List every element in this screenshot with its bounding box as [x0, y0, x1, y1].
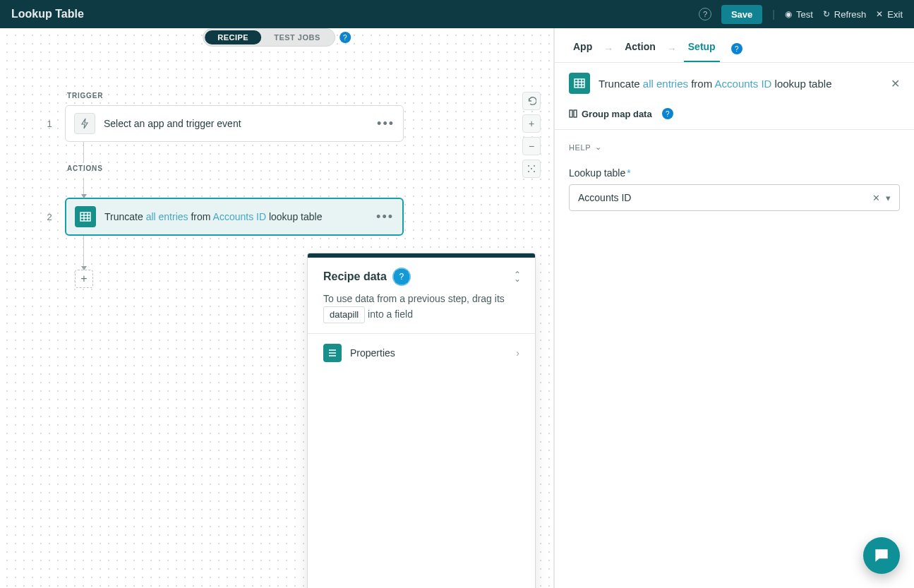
mode-help-icon[interactable]: ?	[339, 32, 351, 43]
help-toggle[interactable]: HELP ⌄	[569, 143, 900, 152]
chevron-down-icon[interactable]: ▾	[886, 193, 891, 203]
side-tab-app[interactable]: App	[569, 35, 596, 62]
more-icon[interactable]: •••	[376, 210, 394, 224]
trigger-step-card[interactable]: Select an app and trigger event •••	[65, 105, 404, 142]
help-icon[interactable]: ?	[662, 108, 673, 119]
group-map-label: Group map data	[582, 109, 652, 119]
refresh-icon: ↻	[823, 9, 830, 19]
connector	[83, 142, 84, 162]
help-icon[interactable]: ?	[392, 268, 411, 286]
properties-label: Properties	[350, 347, 507, 359]
expand-collapse-icon[interactable]: ⌃⌄	[514, 272, 521, 281]
recipe-data-title: Recipe data	[323, 270, 387, 283]
action-step-card[interactable]: Truncate all entries from Accounts ID lo…	[65, 198, 404, 236]
arrow-right-icon: →	[667, 43, 677, 54]
connector-arrow	[83, 236, 84, 270]
svg-rect-5	[80, 212, 90, 221]
close-icon[interactable]: ✕	[891, 77, 900, 90]
add-step-button[interactable]: +	[75, 270, 93, 288]
chat-launcher[interactable]	[863, 537, 900, 574]
side-panel: App → Action → Setup ? Truncate all entr…	[554, 28, 914, 588]
tab-recipe[interactable]: RECIPE	[205, 30, 261, 44]
side-tab-setup[interactable]: Setup	[684, 35, 720, 62]
more-icon[interactable]: •••	[377, 116, 395, 131]
save-button[interactable]: Save	[721, 5, 762, 24]
step-summary-text: Truncate all entries from Accounts ID lo…	[599, 78, 882, 90]
svg-rect-18	[570, 110, 572, 117]
clear-icon[interactable]: ✕	[872, 193, 880, 203]
tab-test-jobs[interactable]: TEST JOBS	[261, 30, 333, 44]
circle-plus-icon: ◉	[785, 9, 792, 19]
help-icon[interactable]: ?	[699, 8, 711, 20]
chevron-down-icon: ⌄	[595, 143, 602, 152]
side-toolbar: Group map data ?	[555, 104, 914, 130]
help-label: HELP	[569, 143, 591, 152]
help-icon[interactable]: ?	[731, 43, 742, 54]
exit-button[interactable]: ✕ Exit	[876, 9, 903, 20]
header-actions: ? Save | ◉ Test ↻ Refresh ✕ Exit	[699, 5, 903, 24]
datapill-chip: datapill	[323, 306, 365, 323]
step-number: 2	[42, 212, 56, 222]
test-button[interactable]: ◉ Test	[785, 9, 813, 20]
test-label: Test	[796, 9, 813, 20]
refresh-label: Refresh	[834, 9, 867, 20]
table-icon	[75, 206, 96, 227]
recipe-data-desc: To use data from a previous step, drag i…	[308, 289, 535, 334]
svg-rect-13	[575, 79, 584, 88]
recipe-data-panel: Recipe data ? ⌃⌄ To use data from a prev…	[307, 253, 536, 588]
arrow-right-icon: →	[603, 43, 613, 54]
header-divider: |	[772, 8, 775, 20]
properties-row[interactable]: Properties ›	[308, 334, 535, 372]
table-icon	[569, 73, 590, 94]
trigger-icon	[74, 113, 95, 134]
properties-icon	[323, 344, 342, 362]
svg-rect-19	[574, 110, 577, 117]
connector-arrow	[83, 178, 84, 198]
step-number: 1	[42, 119, 56, 129]
chevron-right-icon: ›	[516, 347, 519, 359]
action-step-text: Truncate all entries from Accounts ID lo…	[104, 211, 368, 222]
actions-section-label: ACTIONS	[67, 164, 511, 172]
exit-label: Exit	[887, 9, 903, 20]
top-header: Lookup Table ? Save | ◉ Test ↻ Refresh ✕…	[0, 0, 914, 28]
refresh-button[interactable]: ↻ Refresh	[823, 9, 867, 20]
lookup-table-select[interactable]: Accounts ID ✕ ▾	[569, 184, 900, 211]
trigger-step-text: Select an app and trigger event	[104, 118, 368, 129]
group-map-data-button[interactable]: Group map data	[569, 109, 652, 119]
mode-toggle: RECIPE TEST JOBS ?	[203, 28, 351, 47]
trigger-section-label: TRIGGER	[67, 92, 511, 100]
lookup-table-value: Accounts ID	[578, 192, 867, 203]
page-title: Lookup Table	[11, 8, 84, 20]
side-tab-action[interactable]: Action	[620, 35, 660, 62]
side-tabs: App → Action → Setup ?	[555, 28, 914, 63]
lookup-table-label: Lookup table*	[569, 167, 900, 179]
close-icon: ✕	[876, 9, 883, 19]
step-summary: Truncate all entries from Accounts ID lo…	[555, 63, 914, 104]
canvas[interactable]: RECIPE TEST JOBS ? + − TRIGGER 1	[0, 28, 554, 588]
